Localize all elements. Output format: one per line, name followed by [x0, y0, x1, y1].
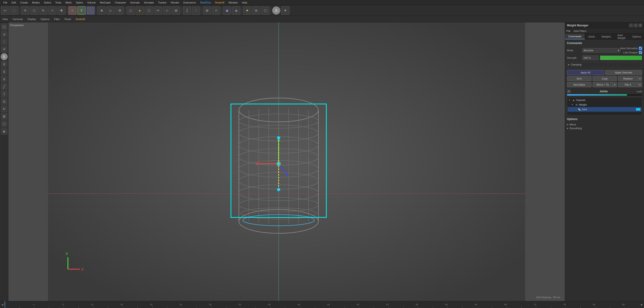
tree-item-weight[interactable]: ▼ ⚙ Weight — [568, 102, 642, 107]
menu-window[interactable]: Window — [227, 1, 240, 5]
snap-btn[interactable]: ⊞ — [203, 6, 211, 15]
replace-btn-arrow[interactable]: ▾ — [638, 76, 642, 81]
tool-dollar1[interactable]: $ — [1, 61, 8, 68]
live-sel-btn[interactable]: | — [183, 6, 191, 15]
move-tool-btn[interactable]: ✛ — [21, 6, 29, 15]
tool-s-circle[interactable]: S — [1, 53, 8, 60]
apply-all-btn[interactable]: Apply All — [567, 70, 604, 75]
motion-btn[interactable]: ⊞ — [172, 6, 180, 15]
toolbar2-display[interactable]: Display — [26, 17, 37, 21]
menu-create[interactable]: Create — [18, 1, 30, 5]
x-axis-btn[interactable]: X — [68, 6, 77, 15]
menu-mesh[interactable]: Mesh — [64, 1, 74, 5]
wm-tab-options[interactable]: Options — [629, 34, 644, 39]
smoothing-collapsible[interactable]: ▶ Smoothing — [567, 126, 642, 130]
light-btn[interactable]: ☀ — [243, 6, 251, 15]
strength-input[interactable]: 100 % — [582, 56, 598, 60]
tree-item-capsule[interactable]: ▼ ▲ Capsule — [568, 98, 642, 102]
wm-expand-btn[interactable]: □ — [634, 24, 638, 27]
texture-btn[interactable]: ◉ — [223, 6, 231, 15]
timeline-next-btn[interactable]: ▶ — [639, 301, 644, 308]
tool-ring[interactable]: ◎ — [1, 98, 8, 105]
tool-edge[interactable]: ╲ — [1, 38, 8, 45]
menu-volume[interactable]: Volume — [86, 1, 98, 5]
menu-redshift[interactable]: Redshift — [213, 1, 226, 5]
toolbar2-cameras[interactable]: Cameras — [12, 17, 24, 21]
toolbar2-options[interactable]: Options — [40, 17, 50, 21]
toolbar2-panel[interactable]: Panel — [64, 17, 72, 21]
paint-btn[interactable]: ● — [136, 6, 144, 15]
undo-btn[interactable]: ↩ — [1, 6, 9, 15]
y-axis-btn[interactable]: Y — [77, 6, 86, 15]
wm-tab-joints[interactable]: Joints — [585, 34, 598, 39]
menu-animate[interactable]: Animate — [128, 1, 142, 5]
zero-btn[interactable]: Zero — [567, 76, 592, 81]
lasso-btn[interactable]: ⌇ — [192, 6, 200, 15]
wm-minimize-btn[interactable]: − — [629, 24, 633, 27]
mode-dropdown[interactable]: Absolute ▾ — [582, 48, 620, 53]
tool-dollar3[interactable]: $ — [1, 76, 8, 83]
viewport-3d[interactable]: Perspective Default Camera ✱ — [8, 22, 565, 301]
strength-bar[interactable] — [600, 56, 642, 60]
tool-grid[interactable]: ⊞ — [1, 113, 8, 120]
z-axis-btn[interactable]: Z — [86, 6, 95, 15]
menu-file[interactable]: File — [2, 1, 9, 5]
add-obj-btn[interactable]: ✚ — [57, 6, 66, 15]
menu-extensions[interactable]: Extensions — [182, 1, 198, 5]
tool-hex[interactable]: ⬡ — [1, 120, 8, 127]
menu-edit[interactable]: Edit — [10, 1, 18, 5]
tool-snake[interactable]: ⌇ — [1, 91, 8, 98]
menu-tracker[interactable]: Tracker — [156, 1, 169, 5]
rigging-btn[interactable]: ⚯ — [154, 6, 162, 15]
tool-polygon[interactable]: ⬡ — [1, 23, 8, 30]
scale-tool-btn[interactable]: ⬡ — [30, 6, 38, 15]
mirror-btn[interactable]: Mirror + To — [592, 82, 612, 87]
mirror-collapsible[interactable]: ▶ Mirror — [567, 123, 642, 126]
menu-help[interactable]: Help — [240, 1, 249, 5]
wm-menu-file[interactable]: File — [566, 30, 571, 33]
sculpt-btn[interactable]: ⬡ — [145, 6, 153, 15]
tree-item-joint[interactable]: 🦴 Joint — [568, 107, 642, 112]
anim-btn[interactable]: ⊹ — [163, 6, 171, 15]
menu-mograph[interactable]: MoGraph — [98, 1, 112, 5]
rotate-tool-btn[interactable]: ↻ — [39, 6, 48, 15]
wm-tab-weights[interactable]: Weights — [598, 34, 614, 39]
render-region-btn[interactable]: ▣ — [97, 6, 106, 15]
link-dropper-checkbox[interactable] — [639, 51, 642, 54]
flipx-btn-arrow[interactable]: ▾ — [638, 82, 642, 87]
menu-tools[interactable]: Tools — [53, 1, 63, 5]
toolbar2-view[interactable]: View — [2, 17, 9, 21]
arrow-down-btn[interactable]: ▼ — [281, 6, 290, 15]
quantize-btn[interactable]: ⊡ — [212, 6, 220, 15]
toolbar2-filter[interactable]: Filter — [53, 17, 60, 21]
cloth-btn[interactable]: ⬡ — [261, 6, 270, 15]
material-btn[interactable]: ◈ — [232, 6, 240, 15]
menu-simulate[interactable]: Simulate — [142, 1, 156, 5]
dynamics-btn[interactable]: ⊛ — [252, 6, 260, 15]
wm-menu-joint-filters[interactable]: Joint Filters — [574, 30, 586, 33]
joint-add-btn[interactable]: ✕ — [567, 90, 571, 93]
wm-close-btn[interactable]: ✕ — [638, 24, 642, 27]
transform-btn[interactable]: ⊕ — [48, 6, 56, 15]
redo-btn[interactable]: ⬚ — [10, 6, 18, 15]
replace-btn[interactable]: Replace — [618, 76, 638, 81]
tool-point[interactable]: ⊞ — [1, 31, 8, 38]
timeline-prev-btn[interactable]: ◀ — [0, 301, 5, 308]
tool-diamond[interactable]: ◈ — [1, 128, 8, 135]
render-settings-btn[interactable]: ⚙ — [116, 6, 124, 15]
menu-render[interactable]: Render — [169, 1, 181, 5]
timeline-track[interactable]: 0481216202428323640444852566064687276808… — [5, 301, 639, 308]
mirror-btn-arrow[interactable]: ▾ — [613, 82, 617, 87]
menu-modes[interactable]: Modes — [30, 1, 42, 5]
clamping-header[interactable]: ▶ Clamping — [568, 63, 641, 66]
tool-line[interactable]: ╱ — [1, 83, 8, 90]
flipx-btn[interactable]: Flip X — [618, 82, 638, 87]
auto-normalize-checkbox[interactable] — [639, 47, 642, 50]
obj-mode-btn[interactable]: ◻ — [126, 6, 135, 15]
copy-btn[interactable]: Copy — [592, 76, 617, 81]
tool-move[interactable]: ✛ — [1, 46, 8, 53]
wm-tab-commands[interactable]: Commands — [565, 34, 585, 39]
menu-spline[interactable]: Spline — [74, 1, 85, 5]
normalize-btn[interactable]: Normalize — [567, 82, 592, 87]
toolbar2-redshift[interactable]: Redshift — [75, 17, 86, 21]
